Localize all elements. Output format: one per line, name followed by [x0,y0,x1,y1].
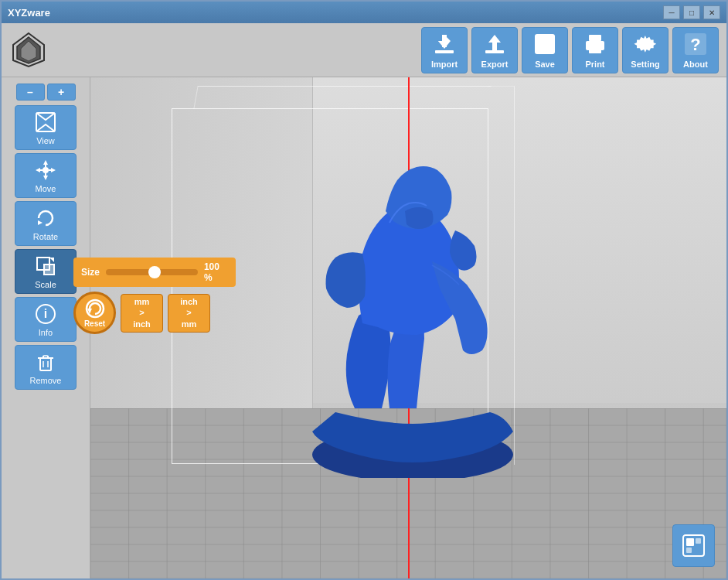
move-icon [34,159,57,182]
svg-point-22 [43,167,49,173]
scale-icon [34,254,57,278]
viewport-control-icon [680,532,707,559]
import-label: Import [431,60,458,69]
svg-rect-78 [686,538,694,546]
size-slider-container: Size 100 % [73,258,236,287]
save-button[interactable]: Save [522,27,568,73]
svg-marker-9 [488,35,501,43]
statue-svg [235,77,583,478]
reset-button[interactable]: Reset [73,292,116,334]
svg-marker-26 [51,168,56,172]
minimize-button[interactable]: ─ [663,5,680,19]
conversion-buttons: Reset mm>inch inch>mm [73,292,236,334]
setting-button[interactable]: Setting [622,27,668,73]
scale-label: Scale [35,280,56,289]
svg-rect-33 [44,264,54,275]
svg-point-13 [542,46,548,52]
remove-label: Remove [30,376,62,385]
svg-rect-79 [696,538,701,544]
svg-rect-6 [442,35,447,47]
mm-to-inch-button[interactable]: mm>inch [121,294,163,333]
trash-icon [34,350,57,374]
scale-panel: Size 100 % Reset [67,251,242,340]
viewport-control-button[interactable] [672,524,715,567]
maximize-button[interactable]: □ [683,5,700,19]
sidebar-tool-rotate[interactable]: Rotate [15,201,77,246]
titlebar: XYZware ─ □ ✕ [2,2,726,23]
print-icon [583,32,607,56]
question-icon: ? [683,32,708,56]
gear-icon [633,32,658,56]
close-button[interactable]: ✕ [703,5,720,19]
reset-icon [84,298,106,319]
reset-label: Reset [84,319,105,328]
import-button[interactable]: Import [421,27,468,73]
move-label: Move [36,184,56,193]
save-icon [532,32,557,56]
setting-label: Setting [631,60,659,69]
sidebar-tool-move[interactable]: Move [15,153,77,198]
sidebar-tool-remove[interactable]: Remove [15,345,77,390]
window-controls: ─ □ ✕ [663,5,720,19]
zoom-out-button[interactable]: – [16,84,45,101]
print-button[interactable]: Print [572,27,618,73]
svg-rect-80 [686,548,692,553]
top-toolbar: Import Export Sa [2,23,726,77]
size-slider[interactable] [106,269,198,275]
inch-to-mm-label: inch>mm [180,296,198,329]
svg-rect-7 [485,50,504,53]
view-label: View [36,136,55,145]
mm-to-inch-label: mm>inch [133,296,151,329]
sidebar: – + View [2,77,90,578]
info-icon: i [34,302,57,326]
svg-text:i: i [44,307,47,320]
rotate-label: Rotate [33,232,58,241]
svg-point-17 [600,44,603,47]
svg-marker-25 [36,168,40,172]
svg-rect-12 [537,36,548,44]
rotate-icon [34,206,57,230]
logo [9,29,48,71]
zoom-controls: – + [16,84,76,101]
export-label: Export [481,60,509,69]
svg-text:?: ? [690,35,700,54]
slider-thumb [148,266,161,278]
svg-marker-31 [38,220,43,225]
svg-rect-37 [40,358,51,370]
main-content: – + View [2,77,726,578]
about-label: About [683,60,708,69]
print-label: Print [585,60,604,69]
svg-rect-14 [589,35,601,41]
size-label: Size [81,267,100,278]
export-button[interactable]: Export [471,27,518,73]
window-title: XYZware [8,7,50,19]
svg-marker-24 [43,176,48,180]
svg-marker-23 [43,160,48,165]
toolbar-buttons: Import Export Sa [421,27,719,73]
logo-icon [9,29,48,68]
zoom-in-button[interactable]: + [47,84,76,101]
upload-icon [482,32,507,56]
sidebar-tool-view[interactable]: View [15,105,77,150]
size-value: 100 % [204,261,228,283]
save-label: Save [535,60,555,69]
main-window: XYZware ─ □ ✕ [0,0,728,580]
download-icon [432,32,457,56]
svg-rect-3 [435,50,454,53]
info-label: Info [39,328,53,337]
view-icon [34,111,57,134]
svg-rect-16 [589,47,601,53]
about-button[interactable]: ? About [672,27,719,73]
inch-to-mm-button[interactable]: inch>mm [168,294,210,333]
